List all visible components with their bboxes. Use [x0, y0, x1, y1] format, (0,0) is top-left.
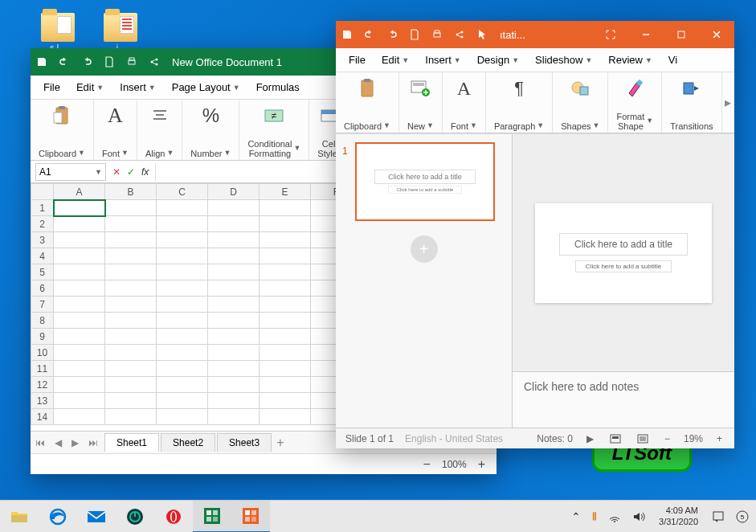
ribbon-number[interactable]: % Number▼: [182, 100, 239, 160]
column-header[interactable]: E: [259, 184, 311, 200]
menu-edit[interactable]: Edit▼: [374, 51, 417, 69]
share-icon[interactable]: [143, 48, 166, 76]
cell[interactable]: [208, 409, 259, 425]
opera-icon[interactable]: [154, 501, 193, 533]
cell[interactable]: [157, 313, 208, 329]
cell[interactable]: [105, 280, 157, 297]
row-header[interactable]: 8: [31, 313, 54, 329]
share-icon[interactable]: [448, 21, 471, 48]
cell[interactable]: [208, 377, 259, 393]
cell[interactable]: [54, 216, 105, 232]
cell[interactable]: [157, 361, 208, 377]
row-header[interactable]: 9: [31, 329, 54, 345]
ribbon-paragraph[interactable]: ¶ Paragraph▼: [486, 72, 553, 133]
spreadsheet-taskbar-icon[interactable]: [193, 501, 231, 533]
menu-page-layout[interactable]: Page Layout▼: [164, 78, 248, 96]
cell[interactable]: [157, 216, 208, 232]
cell[interactable]: [54, 200, 105, 216]
row-header[interactable]: 11: [31, 361, 54, 377]
title-placeholder[interactable]: Click here to add a title: [559, 233, 688, 256]
cell[interactable]: [208, 264, 259, 280]
ribbon-shapes[interactable]: Shapes▼: [553, 72, 608, 133]
cursor-icon[interactable]: [471, 21, 493, 48]
cell[interactable]: [259, 297, 311, 313]
cell[interactable]: [208, 345, 259, 361]
ribbon-format-shape[interactable]: Format Shape▼: [608, 72, 662, 133]
cell[interactable]: [208, 297, 259, 313]
menu-edit[interactable]: Edit▼: [68, 78, 112, 96]
row-header[interactable]: 7: [31, 297, 54, 313]
menu-file[interactable]: File: [341, 51, 374, 69]
cell[interactable]: [105, 345, 157, 361]
notifications-icon[interactable]: [709, 510, 727, 523]
menu-design[interactable]: Design▼: [469, 51, 527, 69]
ribbon-clipboard[interactable]: Clipboard▼: [31, 100, 94, 160]
cell[interactable]: [259, 280, 311, 297]
network-icon[interactable]: [606, 511, 623, 522]
cell[interactable]: [208, 361, 259, 377]
ribbon-overflow-icon[interactable]: ▸: [722, 72, 734, 133]
row-header[interactable]: 13: [31, 393, 54, 409]
redo-icon[interactable]: [76, 48, 98, 76]
sheet-tab[interactable]: Sheet3: [217, 433, 272, 452]
slide-thumbnail[interactable]: Click here to add a title Click here to …: [355, 142, 495, 221]
column-header[interactable]: D: [208, 184, 259, 200]
zoom-in-button[interactable]: +: [478, 457, 485, 472]
tray-app-icon[interactable]: ⦀: [590, 509, 599, 523]
sheet-tab[interactable]: Sheet2: [161, 433, 215, 452]
normal-view-icon[interactable]: [607, 434, 623, 444]
ribbon-align[interactable]: Align▼: [137, 100, 182, 160]
cell[interactable]: [105, 329, 157, 345]
cell[interactable]: [259, 313, 311, 329]
cell[interactable]: [208, 329, 259, 345]
language-indicator[interactable]: English - United States: [405, 433, 503, 444]
row-header[interactable]: 10: [31, 345, 54, 361]
sheet-nav-last[interactable]: ⏭: [84, 437, 103, 448]
cell[interactable]: [54, 280, 105, 297]
minimize-button[interactable]: [628, 21, 664, 48]
cell[interactable]: [157, 200, 208, 216]
cell[interactable]: [105, 232, 157, 248]
edge-icon[interactable]: [39, 501, 77, 533]
cell[interactable]: [54, 361, 105, 377]
cell[interactable]: [105, 264, 157, 280]
undo-icon[interactable]: [53, 48, 76, 76]
sheet-nav-prev[interactable]: ◀: [50, 437, 67, 448]
print-icon[interactable]: [121, 48, 143, 76]
cell[interactable]: [105, 377, 157, 393]
cell[interactable]: [54, 313, 105, 329]
cell[interactable]: [105, 361, 157, 377]
cell[interactable]: [259, 248, 311, 264]
clock[interactable]: 4:09 AM 3/31/2020: [654, 505, 703, 526]
cell[interactable]: [259, 200, 311, 216]
ribbon-font[interactable]: A Font▼: [443, 72, 486, 133]
cell[interactable]: [54, 297, 105, 313]
cell[interactable]: [157, 264, 208, 280]
outline-view-icon[interactable]: [635, 434, 651, 444]
cell[interactable]: [208, 248, 259, 264]
menu-formulas[interactable]: Formulas: [248, 78, 308, 96]
row-header[interactable]: 4: [31, 248, 54, 264]
accept-formula-icon[interactable]: ✓: [127, 166, 135, 178]
column-header[interactable]: A: [54, 184, 105, 200]
cell[interactable]: [259, 409, 311, 425]
print-icon[interactable]: [426, 21, 448, 48]
cell[interactable]: [259, 393, 311, 409]
menu-insert[interactable]: Insert▼: [112, 78, 163, 96]
zoom-out-button[interactable]: −: [662, 433, 672, 444]
row-header[interactable]: 14: [31, 409, 54, 425]
cell[interactable]: [105, 297, 157, 313]
tray-overflow-icon[interactable]: ⌃: [569, 510, 583, 523]
add-slide-button[interactable]: +: [411, 235, 438, 263]
volume-icon[interactable]: [630, 511, 648, 522]
maximize-button[interactable]: [664, 21, 699, 48]
cell[interactable]: [157, 377, 208, 393]
column-header[interactable]: B: [105, 184, 157, 200]
cell[interactable]: [54, 345, 105, 361]
undo-icon[interactable]: [358, 21, 381, 48]
fullscreen-button[interactable]: [593, 21, 628, 48]
iobit-icon[interactable]: [116, 501, 154, 533]
cell[interactable]: [208, 200, 259, 216]
cell[interactable]: [54, 264, 105, 280]
cell[interactable]: [157, 393, 208, 409]
